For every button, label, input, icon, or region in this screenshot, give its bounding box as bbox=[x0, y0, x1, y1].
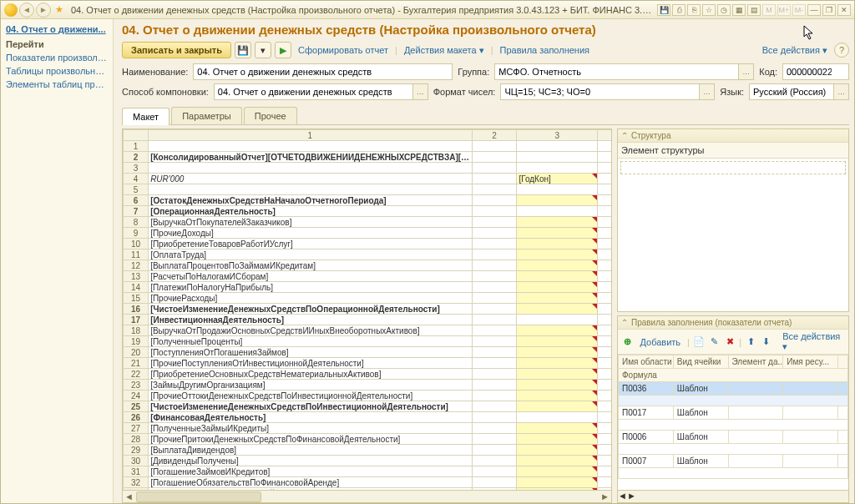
lang-picker[interactable]: … bbox=[833, 84, 848, 99]
row-header[interactable]: 17 bbox=[124, 315, 149, 325]
row-header[interactable]: 3 bbox=[124, 163, 149, 174]
rules-hscroll[interactable]: ◄► bbox=[618, 490, 848, 502]
cell[interactable] bbox=[517, 445, 598, 456]
all-actions-link[interactable]: Все действия ▾ bbox=[759, 45, 831, 56]
code-input[interactable] bbox=[782, 63, 849, 80]
cell[interactable] bbox=[598, 456, 611, 466]
row-header[interactable]: 19 bbox=[124, 336, 149, 347]
cell[interactable] bbox=[517, 380, 598, 391]
cell[interactable] bbox=[472, 141, 517, 152]
cell[interactable] bbox=[517, 152, 598, 163]
cell[interactable] bbox=[472, 228, 517, 239]
cell[interactable] bbox=[598, 260, 611, 271]
cell[interactable] bbox=[472, 358, 517, 369]
cell[interactable]: [ВыручкаОтПродажиОсновныхСредствИИныхВне… bbox=[149, 325, 472, 336]
cell[interactable] bbox=[598, 412, 611, 423]
row-header[interactable]: 23 bbox=[124, 380, 149, 391]
cell[interactable]: [ПрочиеОттокиДенежныхСредствПоИнвестицио… bbox=[149, 391, 472, 401]
rules-subrow[interactable] bbox=[619, 396, 848, 406]
nav-link-2[interactable]: Элементы таблиц произв... bbox=[1, 78, 113, 91]
col-header[interactable] bbox=[124, 130, 149, 141]
tab-layout[interactable]: Макет bbox=[122, 108, 169, 125]
tb-m-icon[interactable]: M bbox=[762, 4, 776, 16]
row-header[interactable]: 28 bbox=[124, 434, 149, 445]
col-header[interactable]: 1 bbox=[149, 130, 472, 141]
row-header[interactable]: 22 bbox=[124, 369, 149, 380]
cell[interactable] bbox=[517, 347, 598, 358]
cell[interactable]: [ИнвестиционнаяДеятельность] bbox=[149, 315, 472, 325]
cell[interactable]: [ВыплатаДивидендов] bbox=[149, 445, 472, 456]
cell[interactable] bbox=[517, 304, 598, 315]
cell[interactable] bbox=[517, 401, 598, 412]
cell[interactable] bbox=[472, 282, 517, 293]
layout-input[interactable] bbox=[214, 83, 428, 100]
cell[interactable] bbox=[517, 477, 598, 488]
row-header[interactable]: 24 bbox=[124, 391, 149, 401]
cell[interactable] bbox=[472, 445, 517, 456]
cell[interactable] bbox=[598, 488, 611, 491]
row-header[interactable]: 16 bbox=[124, 304, 149, 315]
favorite-icon[interactable]: ★ bbox=[53, 4, 66, 15]
row-header[interactable]: 13 bbox=[124, 271, 149, 282]
cell[interactable]: [ПолученныеЗаймыИКредиты] bbox=[149, 423, 472, 434]
cell[interactable]: [ПогашениеОбязательствПоФинансовойАренде… bbox=[149, 477, 472, 488]
cell[interactable] bbox=[598, 336, 611, 347]
row-header[interactable]: 8 bbox=[124, 217, 149, 228]
cell[interactable] bbox=[598, 347, 611, 358]
row-header[interactable]: 33 bbox=[124, 488, 149, 491]
cell[interactable]: [ЧистоеИзменениеДенежныхСредствПоОпераци… bbox=[149, 304, 472, 315]
rules-col-header[interactable]: Элемент да... bbox=[728, 355, 783, 369]
tab-params[interactable]: Параметры bbox=[171, 107, 242, 124]
nav-back-button[interactable]: ◄ bbox=[19, 3, 34, 18]
cell[interactable] bbox=[472, 488, 517, 491]
sheet[interactable]: 1234512[КонсолидированныйОтчет][ОТЧЕТОДВ… bbox=[122, 129, 612, 503]
rules-up-icon[interactable]: ⬆ bbox=[745, 335, 756, 349]
cell[interactable] bbox=[598, 228, 611, 239]
cell[interactable] bbox=[598, 434, 611, 445]
cell[interactable] bbox=[472, 174, 517, 184]
cell[interactable] bbox=[598, 163, 611, 174]
rules-row[interactable]: П0036Шаблон bbox=[619, 382, 848, 396]
row-header[interactable]: 5 bbox=[124, 184, 149, 195]
cell[interactable] bbox=[598, 249, 611, 260]
cell[interactable] bbox=[598, 423, 611, 434]
cell[interactable] bbox=[472, 184, 517, 195]
cell[interactable]: [ПрочиеДоходы] bbox=[149, 228, 472, 239]
row-header[interactable]: 15 bbox=[124, 293, 149, 304]
cell[interactable] bbox=[517, 282, 598, 293]
dropdown-icon-button[interactable]: ▾ bbox=[255, 42, 271, 58]
cell[interactable] bbox=[472, 260, 517, 271]
form-report-link[interactable]: Сформировать отчет bbox=[295, 45, 392, 55]
row-header[interactable]: 12 bbox=[124, 260, 149, 271]
col-header[interactable]: 4 bbox=[598, 130, 611, 141]
cell[interactable] bbox=[472, 195, 517, 206]
cell[interactable] bbox=[472, 456, 517, 466]
row-header[interactable]: 20 bbox=[124, 347, 149, 358]
cell[interactable] bbox=[517, 315, 598, 325]
cell[interactable]: [ВыплатаПроцентовПоЗаймамИКредитам] bbox=[149, 260, 472, 271]
row-header[interactable]: 7 bbox=[124, 206, 149, 217]
cell[interactable] bbox=[517, 184, 598, 195]
cell[interactable] bbox=[598, 369, 611, 380]
tb-star-icon[interactable]: ☆ bbox=[702, 4, 716, 16]
tb-clock-icon[interactable]: ◷ bbox=[717, 4, 731, 16]
row-header[interactable]: 10 bbox=[124, 239, 149, 249]
cell[interactable]: [ФинансоваяДеятельность] bbox=[149, 412, 472, 423]
cell[interactable] bbox=[598, 445, 611, 456]
rules-row[interactable]: П0007Шаблон bbox=[619, 455, 848, 468]
help-button[interactable]: ? bbox=[834, 43, 849, 58]
cell[interactable] bbox=[472, 163, 517, 174]
cell[interactable] bbox=[598, 401, 611, 412]
layout-actions-link[interactable]: Действия макета ▾ bbox=[401, 45, 488, 56]
nav-fwd-button[interactable]: ► bbox=[36, 3, 51, 18]
row-header[interactable]: 18 bbox=[124, 325, 149, 336]
tab-other[interactable]: Прочее bbox=[244, 107, 297, 124]
cell[interactable]: [ОперационнаяДеятельность] bbox=[149, 206, 472, 217]
cell[interactable] bbox=[598, 217, 611, 228]
layout-picker[interactable]: … bbox=[412, 84, 428, 99]
rules-add-link[interactable]: Добавить bbox=[636, 337, 684, 347]
cell[interactable] bbox=[517, 423, 598, 434]
nav-link-1[interactable]: Таблицы произвольных о... bbox=[1, 64, 113, 78]
cell[interactable] bbox=[598, 206, 611, 217]
cell[interactable] bbox=[598, 380, 611, 391]
